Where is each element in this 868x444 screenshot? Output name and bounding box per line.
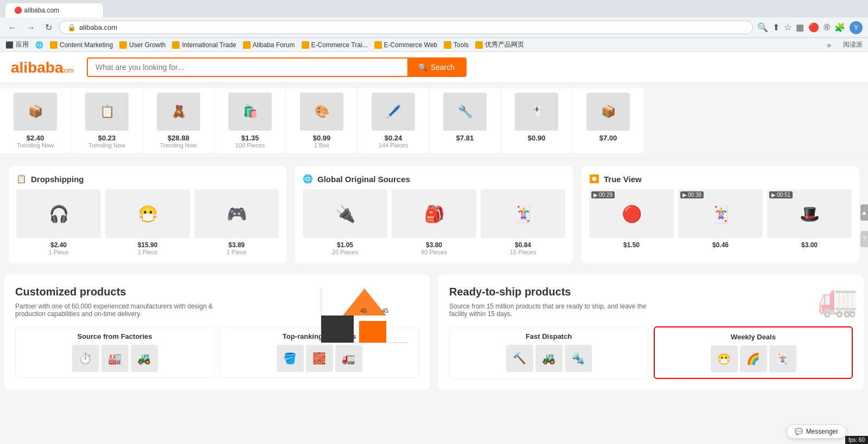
list-item[interactable]: 🎩 ▶ 00:51 $3.00	[767, 189, 852, 249]
fast-dispatch-card[interactable]: Fast Dispatch 🔨 🚜 🔩	[449, 326, 648, 379]
list-item[interactable]: 📦 $2.40 Trending Now	[0, 88, 71, 153]
product-image-2: 🧸	[157, 93, 200, 131]
bookmark-globe[interactable]: 🌐	[35, 41, 43, 49]
product-qty-ds-1: 1 Piece	[105, 249, 190, 255]
bookmark-user-growth[interactable]: User Growth	[119, 41, 165, 49]
product-label-1: Trending Now	[77, 142, 137, 149]
list-item[interactable]: 🧸 $28.88 Trending Now	[143, 88, 214, 153]
folder-icon-4	[243, 41, 251, 49]
bookmarks-bar: ⬛ 应用 🌐 Content Marketing User Growth Int…	[0, 38, 868, 52]
supplier-product-0: 🪣	[277, 345, 304, 372]
source-factories-card[interactable]: Source from Factories ⏱️ 🏭 🚜	[15, 326, 214, 378]
product-img-ds-2: 🎮	[194, 189, 279, 238]
chart-decoration: 45 45	[316, 283, 413, 355]
list-item[interactable]: 🖱️ $0.90	[501, 88, 572, 153]
product-label-2: Trending Now	[149, 142, 208, 149]
bookmark-youxiu[interactable]: 优秀产品网页	[475, 40, 524, 49]
weekly-deals-card[interactable]: Weekly Deals 😷 🌈 🃏	[654, 326, 853, 379]
product-img-gs-0: 🔌	[303, 189, 387, 238]
time-badge-2: ▶ 00:51	[769, 191, 793, 198]
site-header: alibaba .com 🔍 Search	[0, 52, 868, 83]
list-item[interactable]: 📋 $0.23 Trending Now	[72, 88, 142, 153]
reader-icon[interactable]: ▦	[796, 22, 804, 33]
product-label-0: Trending Now	[5, 142, 65, 149]
bookmark-content-marketing[interactable]: Content Marketing	[50, 41, 113, 49]
ready-to-ship-desc: Source from 15 million products that are…	[449, 303, 666, 318]
global-sources-products: 🔌 $1.05 20 Pieces 🎒 $3.80 40 Pieces 🃏 $0…	[303, 189, 565, 255]
back-button[interactable]: ←	[5, 22, 20, 34]
list-item[interactable]: 🖊️ $0.24 144 Pieces	[358, 88, 429, 153]
svg-text:alibaba: alibaba	[11, 59, 63, 76]
bookmark-apps-label: 应用	[16, 40, 29, 49]
product-img-ds-0: 🎧	[16, 189, 101, 238]
product-img-gs-2: 🃏	[481, 189, 565, 238]
dropshipping-icon: 📋	[16, 174, 27, 184]
reader-mode-label[interactable]: 阅读派	[843, 40, 863, 49]
list-item[interactable]: 🔧 $7.81	[430, 88, 500, 153]
product-price-tv-0: $1.50	[589, 241, 674, 249]
product-price-tv-2: $3.00	[767, 241, 852, 249]
bookmark-label-intl-trade: International Trade	[182, 41, 236, 49]
list-item[interactable]: 🔌 $1.05 20 Pieces	[303, 189, 387, 255]
bookmark-ecommerce-web[interactable]: E-Commerce Web	[374, 41, 437, 49]
dispatch-product-2: 🔩	[565, 345, 592, 372]
bookmarks-more-button[interactable]: »	[827, 41, 831, 49]
sections-row: 📋 Dropshipping 🎧 $2.40 1 Piece 😷 $15.90 …	[0, 159, 868, 271]
true-view-products: 🔴 ▶ 00:29 $1.50 🃏 ▶ 00:38 $0.46 🎩 ▶ 00:5…	[589, 189, 852, 249]
browser-chrome: 🔴 alibaba.com	[0, 0, 868, 17]
product-img-gs-1: 🎒	[392, 189, 476, 238]
url-bar[interactable]: 🔒 alibaba.com	[59, 21, 753, 34]
list-item[interactable]: 🎒 $3.80 40 Pieces	[392, 189, 476, 255]
bookmark-label-alibaba-forum: Alibaba Forum	[253, 41, 295, 49]
scroll-up-tab[interactable]: ▲	[860, 204, 868, 221]
product-qty-ds-2: 1 Piece	[194, 249, 279, 255]
bookmark-alibaba-forum[interactable]: Alibaba Forum	[243, 41, 295, 49]
bookmark-international-trade[interactable]: International Trade	[172, 41, 236, 49]
addon-icon-3[interactable]: 🧩	[834, 22, 845, 33]
star-icon[interactable]: ☆	[784, 22, 792, 33]
list-item[interactable]: 🃏 ▶ 00:38 $0.46	[678, 189, 763, 249]
product-price-5: $0.24	[363, 134, 423, 142]
product-price-gs-1: $3.80	[392, 241, 476, 249]
profile-icon[interactable]: Y	[850, 21, 863, 34]
true-view-title: ⏺️ True View	[589, 174, 852, 184]
search-button[interactable]: 🔍 Search	[407, 59, 465, 76]
addon-icon-1[interactable]: 🔴	[808, 22, 819, 33]
bookmark-tools[interactable]: Tools	[444, 41, 469, 49]
forward-button[interactable]: →	[24, 22, 38, 34]
list-item[interactable]: 🎨 $0.99 1 Box	[286, 88, 357, 153]
list-item[interactable]: 🃏 $0.84 15 Pieces	[481, 189, 565, 255]
svg-text:.com: .com	[59, 66, 74, 74]
product-image-5: 🖊️	[372, 93, 415, 131]
list-item[interactable]: 📦 $7.00	[573, 88, 643, 153]
folder-icon-3	[172, 41, 180, 49]
bookmark-ecommerce-train[interactable]: E-Commerce Trai...	[302, 41, 368, 49]
fast-dispatch-images: 🔨 🚜 🔩	[455, 345, 642, 372]
product-label-3: 100 Pieces	[220, 142, 280, 149]
product-label-5: 144 Pieces	[363, 142, 423, 149]
bookmark-label-youxiu: 优秀产品网页	[485, 40, 524, 49]
product-price-3: $1.35	[220, 134, 280, 142]
help-tab[interactable]: ?	[860, 231, 868, 247]
list-item[interactable]: 🎧 $2.40 1 Piece	[16, 189, 101, 255]
zoom-icon[interactable]: 🔍	[757, 22, 768, 33]
svg-rect-6	[359, 321, 386, 343]
addon-icon-2[interactable]: ®	[824, 23, 830, 33]
list-item[interactable]: 🔴 ▶ 00:29 $1.50	[589, 189, 674, 249]
bookmark-apps[interactable]: ⬛ 应用	[5, 40, 29, 49]
folder-icon-2	[119, 41, 127, 49]
list-item[interactable]: 🎮 $3.89 1 Piece	[194, 189, 279, 255]
reload-button[interactable]: ↻	[42, 21, 55, 34]
browser-tab-active[interactable]: 🔴 alibaba.com	[5, 3, 103, 17]
logo[interactable]: alibaba .com	[11, 57, 76, 77]
product-price-8: $7.00	[578, 134, 638, 142]
share-icon[interactable]: ⬆	[773, 22, 780, 33]
list-item[interactable]: 🛍️ $1.35 100 Pieces	[215, 88, 285, 153]
list-item[interactable]: 😷 $15.90 1 Piece	[105, 189, 190, 255]
logo-svg: alibaba .com	[11, 57, 76, 77]
tab-favicon: 🔴	[14, 7, 22, 14]
fast-dispatch-title: Fast Dispatch	[455, 332, 642, 340]
apps-icon: ⬛	[5, 41, 14, 49]
true-view-card: ⏺️ True View 🔴 ▶ 00:29 $1.50 🃏 ▶ 00:38 $…	[582, 166, 859, 263]
search-input[interactable]	[88, 59, 407, 76]
